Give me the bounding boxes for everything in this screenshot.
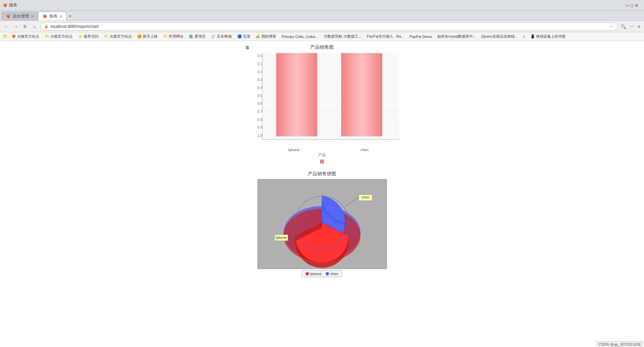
y-axis-labels: 1.0 0.9 0.8 0.7 0.6 0.5 0.4 0.3 0.2 0.1 … [250,54,262,138]
svg-rect-10 [341,53,382,136]
svg-rect-9 [276,53,317,136]
pie-legend-chen-label: chen [330,272,338,276]
bookmark-15[interactable]: 如何在mysql数据库中... [435,33,478,40]
bookmark-16[interactable]: jQuery实现点击按钮... [479,33,520,40]
bookmark-more[interactable]: » [521,34,527,39]
x-axis-labels: Iphone chen [258,148,399,152]
bookmark-2[interactable]: 📁 火狐官方站点 [43,33,75,40]
bookmark-8[interactable]: 🛒 京东商城 [209,33,234,40]
back-button[interactable]: ← [3,23,10,30]
home-button[interactable]: ⌂ [31,23,38,30]
pie-chart-container: chen Iphone [257,179,387,269]
toolbar-icons: 🔍 ⋯ ≡ [619,23,641,30]
bookmark-14[interactable]: PayPal Demo [407,34,434,39]
close-btn[interactable]: ✕ [635,3,639,8]
minimize-btn[interactable]: ─ [626,3,629,8]
title-bar-left: 🦊 报表 [3,2,17,8]
search-icon[interactable]: 🔍 [619,23,627,30]
bookmark-1[interactable]: 🦊 火狐官方站点 [9,33,41,40]
bookmark-11[interactable]: Primary Cells, Cultur... [280,34,320,39]
browser-logo: 🦊 [3,3,8,8]
maximize-btn[interactable]: □ [631,3,633,8]
bookmark-3[interactable]: ⭐ 最常访问 [76,33,100,40]
window-title: 报表 [9,2,17,8]
tab-report-icon: 🦊 [42,14,47,19]
bookmark-5[interactable]: 🟠 新手上路 [135,33,160,40]
pie-chart-section: 产品销售饼图 [257,171,387,277]
reader-icon[interactable]: ≡ [637,23,641,30]
url-text: localhost:8080/report/chart [51,24,607,29]
tab-bar: 🦊 后台管理 ✕ 🦊 报表 ✕ + [0,11,644,21]
bookmark-6[interactable]: 📁 常用网址 [161,33,186,40]
bookmark-12[interactable]: 大数据导航-大数据工... [322,33,363,40]
bar-chart-title: 产品销售图 [310,44,334,50]
pie-legend-iphone: Iphone [306,272,322,276]
bookmark-13[interactable]: PayPal支付接入 - Ba... [365,33,406,40]
pie-legend-chen-color [326,272,329,275]
page-content: 产品销售图 数量 1.0 0.9 0.8 0.7 0.6 0.5 0.4 0.3… [0,41,644,284]
refresh-button[interactable]: ↻ [22,23,29,30]
new-tab-button[interactable]: + [67,12,74,20]
svg-text:chen: chen [361,195,369,199]
url-bar[interactable]: 🔒 localhost:8080/report/chart ☆ [40,23,617,31]
bar-legend-color [320,160,324,164]
pie-chart-title: 产品销售饼图 [308,171,336,177]
pie-legend-iphone-label: Iphone [310,272,322,276]
tab-report-close[interactable]: ✕ [59,14,62,18]
bar-chart-container: 数量 1.0 0.9 0.8 0.7 0.6 0.5 0.4 0.3 0.2 0… [245,52,399,146]
bar-chart-legend [320,160,324,164]
bar-chart-area [262,52,399,140]
x-label-iphone: Iphone [288,148,300,152]
pie-chart-legend: Iphone chen [302,270,342,277]
bookmark-folder-icon: 📁 [3,34,8,39]
pie-chart-svg: chen Iphone [258,179,387,269]
security-icon: 🔒 [44,24,49,29]
bookmark-4[interactable]: 📁 火狐官方站点 [102,33,134,40]
tab-report-label: 报表 [49,13,57,19]
title-bar: 🦊 报表 ─ □ ✕ [0,0,644,11]
bookmark-star-icon[interactable]: ☆ [609,24,614,29]
bookmark-mobile[interactable]: 📱 移动设备上的书签 [528,33,568,40]
tab-admin-icon: 🦊 [6,14,11,19]
address-bar: ← → ↻ ⌂ 🔒 localhost:8080/report/chart ☆ … [0,21,644,32]
bookmark-10[interactable]: ✍️ 我的博客 [254,33,278,40]
bookmark-7[interactable]: 🛍️ 爱淘宝 [187,33,208,40]
bar-chart-section: 产品销售图 数量 1.0 0.9 0.8 0.7 0.6 0.5 0.4 0.3… [245,44,399,166]
tab-admin-label: 后台管理 [13,13,29,19]
bar-legend-item [320,160,324,164]
pie-legend-iphone-color [306,272,309,275]
bookmarks-bar: 📁 🦊 火狐官方站点 📁 火狐官方站点 ⭐ 最常访问 📁 火狐官方站点 🟠 新手… [0,32,644,41]
bar-chart-svg [263,52,399,136]
tab-admin-close[interactable]: ✕ [31,14,34,18]
tab-admin[interactable]: 🦊 后台管理 ✕ [1,12,38,20]
menu-icon[interactable]: ⋯ [629,23,635,30]
forward-button[interactable]: → [12,23,19,30]
x-label-chen: chen [361,148,369,152]
x-axis-title: 产品 [318,153,326,158]
tab-report[interactable]: 🦊 报表 ✕ [38,12,67,20]
svg-text:Iphone: Iphone [275,235,286,240]
bookmark-9[interactable]: 🔵 百度 [235,33,252,40]
pie-legend-chen: chen [326,272,338,276]
